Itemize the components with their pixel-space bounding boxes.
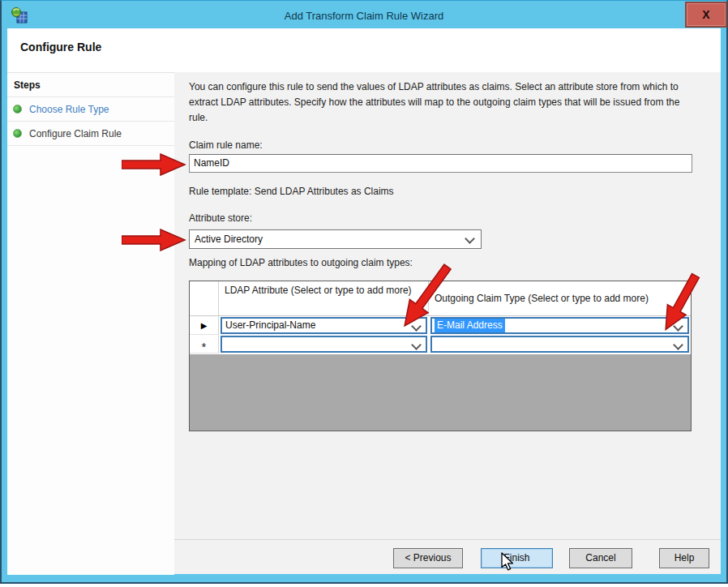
step-label: Configure Claim Rule bbox=[29, 128, 122, 139]
outgoing-claim-value-selected: E-Mail Address bbox=[435, 319, 505, 332]
table-empty-area bbox=[190, 354, 691, 431]
sidebar-item-choose-rule-type[interactable]: Choose Rule Type bbox=[7, 97, 174, 122]
close-icon-glyph: X bbox=[702, 8, 709, 21]
claim-rule-name-label: Claim rule name: bbox=[189, 139, 263, 151]
screenshot-root: { "window": { "title": "Add Transform Cl… bbox=[0, 0, 728, 587]
outgoing-claim-cell bbox=[429, 335, 691, 353]
outgoing-claim-select[interactable]: E-Mail Address bbox=[430, 317, 689, 334]
table-row-new: * bbox=[190, 335, 691, 353]
wizard-header-band bbox=[7, 28, 721, 72]
attribute-store-value: Active Directory bbox=[195, 234, 263, 245]
chevron-down-icon bbox=[673, 321, 683, 332]
window-title: Add Transform Claim Rule Wizard bbox=[0, 10, 728, 22]
row-selector-header bbox=[190, 281, 219, 315]
steps-heading: Steps bbox=[7, 73, 174, 97]
ldap-attribute-column-header: LDAP Attribute (Select or type to add mo… bbox=[219, 281, 429, 315]
step-complete-icon bbox=[13, 129, 22, 138]
ldap-attribute-cell bbox=[219, 335, 429, 353]
rule-template-text: Rule template: Send LDAP Attributes as C… bbox=[189, 186, 394, 197]
attribute-store-select[interactable]: Active Directory bbox=[189, 229, 482, 249]
cancel-button[interactable]: Cancel bbox=[569, 548, 632, 568]
chevron-down-icon bbox=[411, 340, 422, 350]
outgoing-claim-select-empty[interactable] bbox=[430, 336, 689, 353]
outgoing-claim-cell: E-Mail Address bbox=[429, 316, 691, 335]
step-complete-icon bbox=[13, 105, 22, 114]
chevron-down-icon bbox=[411, 321, 422, 332]
step-label: Choose Rule Type bbox=[29, 104, 109, 115]
sidebar-item-configure-claim-rule[interactable]: Configure Claim Rule bbox=[7, 122, 174, 146]
footer-divider bbox=[174, 539, 721, 540]
attribute-store-label: Attribute store: bbox=[189, 212, 252, 224]
page-title: Configure Rule bbox=[20, 41, 101, 54]
row-current-icon: ▶ bbox=[201, 321, 208, 330]
table-row: ▶ User-Principal-Name E-Mail Address bbox=[190, 316, 691, 335]
previous-button[interactable]: < Previous bbox=[393, 548, 463, 568]
ldap-attribute-cell: User-Principal-Name bbox=[219, 316, 429, 335]
ldap-attribute-select[interactable]: User-Principal-Name bbox=[221, 317, 427, 334]
new-row-indicator: * bbox=[190, 335, 219, 353]
outgoing-claim-column-header: Outgoing Claim Type (Select or type to a… bbox=[429, 281, 691, 315]
chevron-down-icon bbox=[465, 234, 475, 244]
configure-rule-pane: You can configure this rule to send the … bbox=[174, 72, 721, 574]
finish-button[interactable]: Finish bbox=[481, 548, 553, 568]
help-button[interactable]: Help bbox=[659, 548, 709, 568]
claim-rule-name-input[interactable]: NameID bbox=[189, 154, 692, 173]
close-icon[interactable]: X bbox=[685, 2, 727, 28]
rule-description: You can configure this rule to send the … bbox=[189, 79, 700, 126]
steps-sidebar: Steps Choose Rule Type Configure Claim R… bbox=[7, 72, 174, 575]
row-new-icon: * bbox=[202, 344, 207, 350]
ldap-attribute-select-empty[interactable] bbox=[221, 336, 427, 353]
current-row-indicator: ▶ bbox=[190, 316, 219, 335]
ldap-attribute-value: User-Principal-Name bbox=[222, 319, 315, 332]
ldap-mapping-table: LDAP Attribute (Select or type to add mo… bbox=[189, 281, 692, 431]
chevron-down-icon bbox=[673, 340, 683, 350]
mapping-table-label: Mapping of LDAP attributes to outgoing c… bbox=[189, 257, 413, 268]
mapping-table-header: LDAP Attribute (Select or type to add mo… bbox=[190, 281, 691, 316]
